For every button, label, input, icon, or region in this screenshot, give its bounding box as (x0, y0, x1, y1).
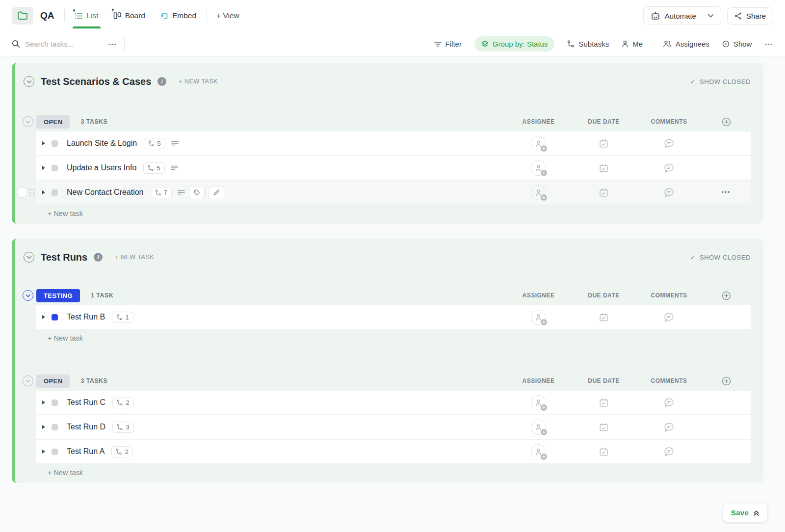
comments-cell[interactable] (636, 447, 702, 457)
assignee-cell[interactable]: + (506, 160, 571, 176)
filter-button[interactable]: Filter (434, 40, 462, 48)
description-icon[interactable] (178, 190, 185, 195)
status-badge[interactable]: OPEN (36, 374, 70, 388)
task-name[interactable]: New Contact Creation (67, 188, 144, 197)
chevron-down-icon[interactable] (707, 14, 714, 18)
add-column-button[interactable] (702, 376, 751, 386)
save-button[interactable]: Save (723, 504, 767, 522)
description-icon[interactable] (171, 141, 179, 146)
add-new-task-link[interactable]: + New task (48, 334, 83, 342)
assignee-cell[interactable]: + (506, 185, 571, 200)
subtask-count-badge[interactable]: 1 (112, 312, 133, 323)
task-row[interactable]: Update a Users Info 5 + (36, 156, 751, 180)
due-date-cell[interactable] (571, 447, 636, 457)
assignee-cell[interactable]: + (506, 420, 571, 435)
add-new-task-link[interactable]: + New task (48, 210, 83, 217)
comments-cell[interactable] (636, 163, 702, 173)
me-button[interactable]: Me (622, 40, 643, 48)
task-name[interactable]: Test Run D (67, 423, 105, 431)
search-input[interactable] (25, 40, 108, 48)
select-task-circle[interactable] (17, 187, 27, 198)
group-collapse-icon[interactable] (23, 375, 33, 386)
add-view-button[interactable]: + View (216, 11, 239, 20)
task-name[interactable]: Test Run A (67, 447, 105, 456)
show-closed-toggle[interactable]: ✓ SHOW CLOSED (690, 254, 751, 261)
status-badge[interactable]: TESTING (36, 289, 80, 302)
expand-caret-icon[interactable] (42, 450, 45, 453)
search-more-icon[interactable]: ••• (108, 41, 117, 47)
group-collapse-icon[interactable] (23, 290, 33, 301)
add-assignee-icon[interactable]: + (531, 395, 546, 410)
task-row[interactable]: Test Run C 2 + (36, 391, 751, 414)
task-name[interactable]: Test Run C (67, 398, 105, 407)
show-closed-toggle[interactable]: ✓ SHOW CLOSED (690, 78, 751, 85)
column-header-comments[interactable]: COMMENTS (636, 118, 702, 125)
add-new-task-link[interactable]: + New task (48, 469, 83, 477)
due-date-cell[interactable] (571, 187, 636, 198)
tab-embed[interactable]: Embed (160, 11, 196, 20)
subtask-count-badge[interactable]: 2 (112, 397, 134, 408)
subtask-count-badge[interactable]: 2 (111, 446, 133, 457)
comments-cell[interactable] (636, 398, 702, 408)
tab-board[interactable]: Board (113, 11, 145, 20)
comments-cell[interactable] (636, 187, 702, 198)
comments-cell[interactable] (636, 312, 702, 322)
subtask-count-badge[interactable]: 3 (112, 422, 134, 433)
task-status-checkbox[interactable] (52, 189, 58, 196)
status-badge[interactable]: OPEN (36, 115, 70, 129)
section-collapse-icon[interactable] (24, 76, 34, 87)
new-task-button[interactable]: + NEW TASK (179, 78, 218, 85)
task-status-checkbox[interactable] (52, 399, 58, 406)
task-row[interactable]: Test Run A 2 + (36, 440, 751, 463)
add-assignee-icon[interactable]: + (531, 185, 546, 200)
due-date-cell[interactable] (571, 422, 636, 432)
description-icon[interactable] (171, 165, 178, 170)
expand-caret-icon[interactable] (42, 141, 45, 145)
assignee-cell[interactable]: + (506, 395, 571, 410)
task-name[interactable]: Test Run B (67, 313, 105, 321)
assignee-cell[interactable]: + (506, 310, 571, 325)
column-header-due-date[interactable]: DUE DATE (571, 292, 636, 299)
tab-list[interactable]: List (75, 11, 99, 20)
task-status-checkbox[interactable] (52, 449, 58, 455)
task-row[interactable]: Test Run D 3 + (36, 415, 751, 439)
task-name[interactable]: Launch Site & Login (67, 139, 137, 148)
add-assignee-icon[interactable]: + (531, 160, 546, 176)
expand-caret-icon[interactable] (42, 166, 45, 170)
show-button[interactable]: Show (722, 40, 752, 48)
share-button[interactable]: Share (727, 7, 773, 25)
add-assignee-icon[interactable]: + (531, 420, 546, 435)
tag-button[interactable] (189, 186, 205, 199)
section-collapse-icon[interactable] (24, 252, 34, 263)
due-date-cell[interactable] (571, 398, 636, 408)
column-header-comments[interactable]: COMMENTS (636, 377, 702, 384)
toolbar-more-icon[interactable]: ••• (764, 41, 773, 47)
assignee-cell[interactable]: + (506, 444, 571, 459)
subtasks-button[interactable]: Subtasks (567, 40, 609, 48)
column-header-comments[interactable]: COMMENTS (636, 292, 702, 299)
add-column-button[interactable] (702, 291, 751, 300)
subtask-count-badge[interactable]: 7 (151, 187, 172, 198)
info-icon[interactable]: i (157, 77, 166, 86)
assignees-button[interactable]: Assignees (663, 40, 709, 48)
info-icon[interactable]: i (94, 253, 103, 262)
column-header-assignee[interactable]: ASSIGNEE (506, 377, 571, 384)
row-menu-button[interactable]: ••• (702, 189, 751, 196)
group-collapse-icon[interactable] (23, 116, 33, 127)
task-row[interactable]: Launch Site & Login 5 + (36, 132, 751, 155)
rename-pencil-button[interactable] (209, 186, 224, 199)
task-status-checkbox[interactable] (52, 165, 58, 171)
task-name[interactable]: Update a Users Info (67, 163, 136, 172)
project-folder-chip[interactable] (12, 7, 33, 25)
assignee-cell[interactable]: + (506, 136, 571, 151)
task-status-checkbox[interactable] (52, 314, 58, 320)
task-row[interactable]: Test Run B 1 + (36, 305, 751, 329)
expand-caret-icon[interactable] (42, 425, 45, 429)
group-by-button[interactable]: Group by: Status (474, 36, 555, 52)
comments-cell[interactable] (636, 138, 702, 149)
subtask-count-badge[interactable]: 5 (144, 138, 165, 149)
due-date-cell[interactable] (571, 138, 636, 149)
due-date-cell[interactable] (571, 312, 636, 322)
add-assignee-icon[interactable]: + (531, 310, 546, 325)
expand-caret-icon[interactable] (42, 315, 45, 319)
